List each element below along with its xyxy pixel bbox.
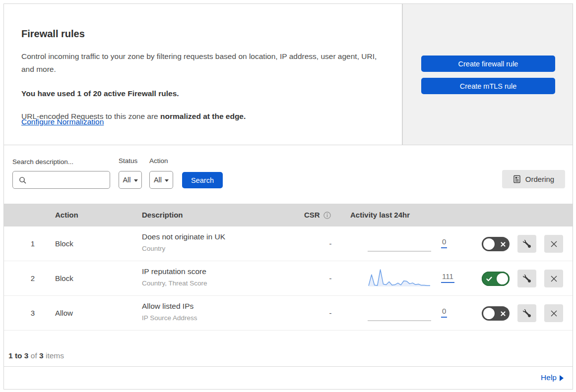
rule-priority: 1 bbox=[19, 226, 35, 261]
table-row: 3 Allow Allow listed IPs IP Source Addre… bbox=[4, 296, 573, 331]
column-header-action: Action bbox=[55, 204, 78, 226]
rule-description: Allow listed IPs bbox=[142, 302, 193, 311]
rule-csr-value: - bbox=[325, 261, 335, 296]
status-select[interactable]: All bbox=[119, 171, 142, 189]
search-icon bbox=[19, 176, 27, 184]
x-icon bbox=[497, 306, 509, 321]
toggle-knob bbox=[483, 238, 495, 250]
toggle-knob bbox=[483, 308, 495, 319]
rule-csr-value: - bbox=[325, 226, 335, 261]
wrench-icon bbox=[523, 240, 531, 248]
search-box bbox=[12, 171, 110, 189]
footer-divider bbox=[4, 366, 573, 367]
wrench-icon bbox=[523, 275, 531, 282]
search-label: Search description... bbox=[12, 158, 73, 166]
actions-panel: Create firewall rule Create mTLS rule bbox=[402, 3, 573, 145]
ordering-list-icon bbox=[513, 175, 521, 183]
rule-enabled-toggle[interactable] bbox=[482, 237, 510, 251]
rules-list-card: Search description... Status All Action … bbox=[3, 145, 573, 390]
action-label: Action bbox=[149, 157, 168, 165]
rule-description: IP reputation score bbox=[142, 267, 206, 276]
normalization-bold: normalized at the edge. bbox=[160, 112, 246, 120]
create-firewall-rule-button[interactable]: Create firewall rule bbox=[421, 56, 555, 72]
edit-rule-button[interactable] bbox=[517, 235, 536, 253]
activity-count-link[interactable]: 111 bbox=[441, 272, 454, 283]
edit-rule-button[interactable] bbox=[517, 304, 536, 322]
activity-count-link[interactable]: 0 bbox=[441, 237, 447, 248]
usage-note: You have used 1 of 20 active Firewall ru… bbox=[21, 89, 179, 98]
search-input[interactable] bbox=[30, 172, 108, 188]
status-label: Status bbox=[119, 157, 137, 165]
column-header-activity: Activity last 24hr bbox=[350, 204, 410, 226]
wrench-icon bbox=[523, 309, 531, 317]
column-header-description: Description bbox=[142, 204, 183, 226]
rule-enabled-toggle[interactable] bbox=[482, 272, 510, 286]
ordering-button-label: Ordering bbox=[525, 175, 554, 183]
chevron-down-icon bbox=[134, 179, 138, 182]
close-icon bbox=[550, 275, 558, 282]
rule-priority: 2 bbox=[19, 261, 35, 296]
rule-action: Block bbox=[55, 261, 73, 296]
delete-rule-button[interactable] bbox=[544, 270, 563, 287]
rule-csr-value: - bbox=[325, 296, 335, 331]
pagination-total: 3 bbox=[39, 351, 44, 360]
x-icon bbox=[497, 237, 509, 251]
activity-count-link[interactable]: 0 bbox=[441, 307, 447, 318]
rule-description: Does not originate in UK bbox=[142, 232, 225, 241]
rule-action: Block bbox=[55, 226, 73, 261]
edit-rule-button[interactable] bbox=[517, 270, 536, 287]
pagination-range: 1 to 3 bbox=[8, 351, 28, 360]
overview-description: Control incoming traffic to your zone by… bbox=[21, 50, 386, 76]
rule-priority: 3 bbox=[19, 296, 35, 331]
rule-action: Allow bbox=[55, 296, 73, 331]
csr-header-label: CSR bbox=[304, 204, 320, 226]
help-link[interactable]: Help bbox=[541, 373, 564, 382]
pagination-items: items bbox=[46, 351, 64, 360]
chevron-down-icon bbox=[165, 179, 169, 182]
overview-card: Firewall rules Control incoming traffic … bbox=[3, 3, 402, 145]
rule-fields: IP Source Address bbox=[142, 314, 197, 322]
rule-fields: Country, Threat Score bbox=[142, 280, 207, 287]
table-row: 1 Block Does not originate in UK Country… bbox=[4, 226, 573, 261]
close-icon bbox=[550, 240, 558, 248]
action-select-value: All bbox=[154, 176, 162, 184]
search-button[interactable]: Search bbox=[182, 172, 223, 188]
firewall-rules-page: Firewall rules Control incoming traffic … bbox=[0, 0, 576, 392]
activity-flat-sparkline bbox=[368, 251, 431, 252]
configure-normalization-link[interactable]: Configure Normalization bbox=[21, 117, 104, 126]
table-row: 2 Block IP reputation score Country, Thr… bbox=[4, 261, 573, 296]
rule-fields: Country bbox=[142, 245, 165, 252]
arrow-right-icon bbox=[560, 375, 564, 381]
column-header-csr: CSR bbox=[304, 204, 331, 226]
check-icon bbox=[483, 272, 495, 286]
info-icon[interactable] bbox=[323, 212, 331, 219]
rule-enabled-toggle[interactable] bbox=[482, 306, 510, 321]
table-header: Action Description CSR Activity last 24h… bbox=[4, 204, 573, 226]
toggle-knob bbox=[497, 273, 508, 284]
status-select-value: All bbox=[123, 176, 130, 184]
delete-rule-button[interactable] bbox=[544, 304, 563, 322]
close-icon bbox=[550, 310, 558, 317]
create-mtls-rule-button[interactable]: Create mTLS rule bbox=[421, 78, 555, 94]
page-title: Firewall rules bbox=[21, 28, 85, 40]
delete-rule-button[interactable] bbox=[544, 235, 563, 253]
activity-flat-sparkline bbox=[368, 320, 431, 321]
pagination-summary: 1 to 3 of 3 items bbox=[8, 351, 64, 360]
action-select[interactable]: All bbox=[149, 171, 173, 189]
help-label: Help bbox=[541, 373, 557, 382]
pagination-of: of bbox=[31, 351, 37, 360]
activity-sparkline bbox=[368, 267, 431, 289]
ordering-button[interactable]: Ordering bbox=[502, 170, 565, 188]
